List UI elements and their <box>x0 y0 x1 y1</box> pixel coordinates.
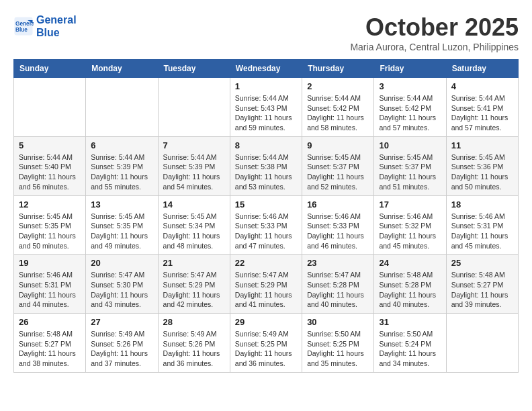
day-number: 7 <box>163 140 225 150</box>
day-info: Sunrise: 5:49 AMSunset: 5:26 PMDaylight:… <box>163 329 225 369</box>
day-info: Sunrise: 5:46 AMSunset: 5:33 PMDaylight:… <box>235 212 297 251</box>
calendar-cell: 31Sunrise: 5:50 AMSunset: 5:24 PMDayligh… <box>374 314 446 373</box>
day-number: 31 <box>379 317 441 327</box>
calendar-week-row: 5Sunrise: 5:44 AMSunset: 5:40 PMDaylight… <box>14 136 519 195</box>
weekday-header: Monday <box>86 60 158 78</box>
day-number: 16 <box>307 199 369 210</box>
calendar-cell: 9Sunrise: 5:45 AMSunset: 5:37 PMDaylight… <box>302 136 374 195</box>
day-info: Sunrise: 5:44 AMSunset: 5:42 PMDaylight:… <box>307 93 369 133</box>
day-info: Sunrise: 5:48 AMSunset: 5:27 PMDaylight:… <box>19 329 81 369</box>
day-info: Sunrise: 5:46 AMSunset: 5:31 PMDaylight:… <box>19 270 81 310</box>
day-number: 4 <box>451 81 513 91</box>
day-number: 21 <box>163 258 225 268</box>
day-number: 5 <box>19 140 81 150</box>
calendar-cell: 18Sunrise: 5:46 AMSunset: 5:31 PMDayligh… <box>446 195 518 255</box>
calendar-cell: 1Sunrise: 5:44 AMSunset: 5:43 PMDaylight… <box>230 78 302 137</box>
logo: General Blue General Blue <box>13 13 77 39</box>
calendar-cell: 30Sunrise: 5:50 AMSunset: 5:25 PMDayligh… <box>302 314 374 373</box>
calendar-table: SundayMondayTuesdayWednesdayThursdayFrid… <box>13 59 519 373</box>
calendar-header-row: SundayMondayTuesdayWednesdayThursdayFrid… <box>14 60 519 78</box>
calendar-cell <box>158 78 230 137</box>
calendar-week-row: 26Sunrise: 5:48 AMSunset: 5:27 PMDayligh… <box>14 314 519 373</box>
day-number: 1 <box>235 81 297 91</box>
day-number: 8 <box>235 140 297 150</box>
title-area: October 2025 Maria Aurora, Central Luzon… <box>350 13 519 52</box>
weekday-header: Thursday <box>302 60 374 78</box>
day-number: 26 <box>19 317 81 327</box>
day-info: Sunrise: 5:49 AMSunset: 5:25 PMDaylight:… <box>235 329 297 369</box>
day-info: Sunrise: 5:44 AMSunset: 5:39 PMDaylight:… <box>91 152 152 192</box>
calendar-cell: 13Sunrise: 5:45 AMSunset: 5:35 PMDayligh… <box>86 195 158 255</box>
calendar-cell <box>86 78 158 137</box>
calendar-cell: 7Sunrise: 5:44 AMSunset: 5:39 PMDaylight… <box>158 136 230 195</box>
calendar-cell: 16Sunrise: 5:46 AMSunset: 5:33 PMDayligh… <box>302 195 374 255</box>
day-info: Sunrise: 5:44 AMSunset: 5:43 PMDaylight:… <box>235 93 297 133</box>
calendar-week-row: 12Sunrise: 5:45 AMSunset: 5:35 PMDayligh… <box>14 195 519 255</box>
day-number: 22 <box>235 258 297 268</box>
weekday-header: Saturday <box>446 60 518 78</box>
day-info: Sunrise: 5:44 AMSunset: 5:41 PMDaylight:… <box>451 93 513 133</box>
calendar-cell: 20Sunrise: 5:47 AMSunset: 5:30 PMDayligh… <box>86 255 158 314</box>
day-number: 25 <box>451 258 513 268</box>
day-number: 15 <box>235 199 297 210</box>
calendar-cell: 12Sunrise: 5:45 AMSunset: 5:35 PMDayligh… <box>14 195 86 255</box>
day-info: Sunrise: 5:50 AMSunset: 5:25 PMDaylight:… <box>307 329 369 369</box>
day-info: Sunrise: 5:44 AMSunset: 5:42 PMDaylight:… <box>379 93 441 133</box>
day-info: Sunrise: 5:47 AMSunset: 5:28 PMDaylight:… <box>307 270 369 310</box>
day-info: Sunrise: 5:48 AMSunset: 5:27 PMDaylight:… <box>451 270 513 310</box>
calendar-cell <box>14 78 86 137</box>
day-info: Sunrise: 5:45 AMSunset: 5:34 PMDaylight:… <box>163 212 225 251</box>
calendar-cell: 24Sunrise: 5:48 AMSunset: 5:28 PMDayligh… <box>374 255 446 314</box>
calendar-cell: 6Sunrise: 5:44 AMSunset: 5:39 PMDaylight… <box>86 136 158 195</box>
day-number: 12 <box>19 199 81 210</box>
day-info: Sunrise: 5:49 AMSunset: 5:26 PMDaylight:… <box>91 329 152 369</box>
calendar-cell: 15Sunrise: 5:46 AMSunset: 5:33 PMDayligh… <box>230 195 302 255</box>
day-number: 6 <box>91 140 152 150</box>
day-info: Sunrise: 5:46 AMSunset: 5:31 PMDaylight:… <box>451 212 513 251</box>
day-number: 28 <box>163 317 225 327</box>
day-info: Sunrise: 5:45 AMSunset: 5:35 PMDaylight:… <box>91 212 152 251</box>
day-info: Sunrise: 5:45 AMSunset: 5:36 PMDaylight:… <box>451 152 513 192</box>
day-number: 17 <box>379 199 441 210</box>
day-number: 14 <box>163 199 225 210</box>
calendar-cell: 29Sunrise: 5:49 AMSunset: 5:25 PMDayligh… <box>230 314 302 373</box>
day-info: Sunrise: 5:45 AMSunset: 5:35 PMDaylight:… <box>19 212 81 251</box>
calendar-cell: 27Sunrise: 5:49 AMSunset: 5:26 PMDayligh… <box>86 314 158 373</box>
day-info: Sunrise: 5:46 AMSunset: 5:33 PMDaylight:… <box>307 212 369 251</box>
day-number: 20 <box>91 258 152 268</box>
day-info: Sunrise: 5:44 AMSunset: 5:40 PMDaylight:… <box>19 152 81 192</box>
day-number: 2 <box>307 81 369 91</box>
day-number: 23 <box>307 258 369 268</box>
weekday-header: Tuesday <box>158 60 230 78</box>
logo-icon: General Blue <box>13 16 34 36</box>
calendar-cell <box>446 314 518 373</box>
weekday-header: Wednesday <box>230 60 302 78</box>
calendar-cell: 17Sunrise: 5:46 AMSunset: 5:32 PMDayligh… <box>374 195 446 255</box>
calendar-cell: 3Sunrise: 5:44 AMSunset: 5:42 PMDaylight… <box>374 78 446 137</box>
page-header: General Blue General Blue October 2025 M… <box>13 13 519 52</box>
day-info: Sunrise: 5:44 AMSunset: 5:38 PMDaylight:… <box>235 152 297 192</box>
month-title: October 2025 <box>350 13 519 42</box>
calendar-cell: 21Sunrise: 5:47 AMSunset: 5:29 PMDayligh… <box>158 255 230 314</box>
calendar-cell: 11Sunrise: 5:45 AMSunset: 5:36 PMDayligh… <box>446 136 518 195</box>
day-info: Sunrise: 5:50 AMSunset: 5:24 PMDaylight:… <box>379 329 441 369</box>
calendar-cell: 2Sunrise: 5:44 AMSunset: 5:42 PMDaylight… <box>302 78 374 137</box>
day-number: 18 <box>451 199 513 210</box>
calendar-cell: 5Sunrise: 5:44 AMSunset: 5:40 PMDaylight… <box>14 136 86 195</box>
day-info: Sunrise: 5:47 AMSunset: 5:29 PMDaylight:… <box>163 270 225 310</box>
day-info: Sunrise: 5:44 AMSunset: 5:39 PMDaylight:… <box>163 152 225 192</box>
day-number: 9 <box>307 140 369 150</box>
calendar-cell: 25Sunrise: 5:48 AMSunset: 5:27 PMDayligh… <box>446 255 518 314</box>
day-number: 3 <box>379 81 441 91</box>
day-info: Sunrise: 5:46 AMSunset: 5:32 PMDaylight:… <box>379 212 441 251</box>
day-number: 30 <box>307 317 369 327</box>
day-info: Sunrise: 5:45 AMSunset: 5:37 PMDaylight:… <box>379 152 441 192</box>
calendar-week-row: 19Sunrise: 5:46 AMSunset: 5:31 PMDayligh… <box>14 255 519 314</box>
calendar-cell: 26Sunrise: 5:48 AMSunset: 5:27 PMDayligh… <box>14 314 86 373</box>
calendar-cell: 23Sunrise: 5:47 AMSunset: 5:28 PMDayligh… <box>302 255 374 314</box>
calendar-cell: 28Sunrise: 5:49 AMSunset: 5:26 PMDayligh… <box>158 314 230 373</box>
day-number: 27 <box>91 317 152 327</box>
day-number: 29 <box>235 317 297 327</box>
calendar-cell: 19Sunrise: 5:46 AMSunset: 5:31 PMDayligh… <box>14 255 86 314</box>
logo-text: General Blue <box>36 13 77 39</box>
